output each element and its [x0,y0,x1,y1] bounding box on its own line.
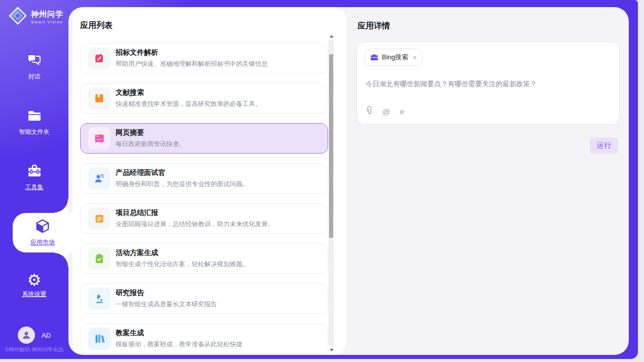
app-title: 教案生成 [116,329,242,338]
interviewer-icon [88,167,111,190]
chat-icon [27,53,42,69]
app-title: 活动方案生成 [116,248,249,258]
app-desc: 智能生成个性化活动方案，轻松解决规划难题。 [116,260,249,269]
tool-tag-label: Bing搜索 [382,53,408,62]
svg-text:</>: </> [96,137,102,141]
app-desc: 一键智能生成高质量长文本研究报告 [116,300,217,309]
user-initials: AD [42,332,51,339]
app-title: 研究报告 [116,288,217,298]
folder-icon [27,110,42,125]
list-item-research-report[interactable]: 研究报告 一键智能生成高质量长文本研究报告 [80,283,328,314]
hash-icon[interactable]: # [400,107,404,116]
app-desc: 模板驱动，教案秒成，教学准备从此轻松快捷 [116,340,242,349]
sidebar-item-toolset[interactable]: 工具集 [0,164,68,192]
app-title: 网页摘要 [116,128,186,137]
microscope-icon [88,287,111,310]
sidebar-item-app-market[interactable]: 应用市场 [13,213,73,252]
run-button[interactable]: 运行 [590,137,618,154]
sidebar-item-label: 应用市场 [30,238,55,247]
brand-name: 神州问学 [31,10,63,19]
scroll-up-icon[interactable] [330,35,334,38]
list-item-event-plan[interactable]: 活动方案生成 智能生成个性化活动方案，轻松解决规划难题。 [80,243,328,274]
app-title: 文献搜索 [116,88,262,97]
app-list-panel: 应用列表 招标文件解析 帮助用户快速、准确地理解和解析招标书中的关键信息 [73,7,346,355]
app-desc: 快速精准查找学术资源，提高研究效率的必备工具。 [116,100,262,108]
cube-icon [34,219,51,236]
diamond-logo-icon [8,6,27,27]
scroll-down-icon[interactable] [330,349,334,351]
list-item-project-summary[interactable]: 项目总结汇报 全面回顾项目进展，总结经验教训，助力未来优化发展。 [80,203,328,234]
app-title: 产品经理面试官 [116,168,249,177]
scrollbar[interactable] [329,41,334,345]
avatar[interactable] [18,327,35,344]
browser-code-icon: </> [88,127,111,150]
person-icon [22,331,31,340]
composer-toolbar: @ # [366,106,404,117]
list-item-literature-search[interactable]: 文献搜索 快速精准查找学术资源，提高研究效率的必备工具。 [80,83,328,114]
sidebar-item-label: 对话 [28,73,41,81]
sidebar-item-smart-folder[interactable]: 智能文件夹 [0,110,68,136]
clipboard-check-icon [88,247,111,270]
books-icon [88,328,111,350]
sidebar-item-settings[interactable]: ⚙ 系统设置 [0,273,68,299]
app-desc: 每日政府新闻资讯快查。 [116,140,186,149]
user-row: AD [0,327,68,344]
app-list: 招标文件解析 帮助用户快速、准确地理解和解析招标书中的关键信息 文献搜索 快速精… [80,43,328,355]
brand-subtitle: Smart Vision [31,20,63,24]
brand-logo: 神州问学 Smart Vision [8,6,63,27]
sidebar: 神州问学 Smart Vision 对话 智能文件夹 [0,0,68,355]
gear-icon: ⚙ [27,273,42,287]
tool-tag-bing[interactable]: Bing搜索 × [365,49,422,66]
list-item-bid-analysis[interactable]: 招标文件解析 帮助用户快速、准确地理解和解析招标书中的关键信息 [80,43,328,74]
list-item-pm-interviewer[interactable]: 产品经理面试官 明确身份和职责，为您提供专业性的面试问题。 [80,163,328,194]
close-icon[interactable]: × [413,54,417,61]
app-detail-title: 应用详情 [357,21,390,31]
app-title: 招标文件解析 [116,48,268,57]
paperclip-icon[interactable] [366,106,373,117]
app-detail-panel: 应用详情 Bing搜索 × 今日湖北有哪些新闻要点？有哪些需要关注的最新政策？ … [346,7,629,355]
query-input[interactable]: 今日湖北有哪些新闻要点？有哪些需要关注的最新政策？ [366,80,611,89]
scrollbar-thumb[interactable] [329,54,333,238]
app-desc: 明确身份和职责，为您提供专业性的面试问题。 [116,180,249,189]
app-list-title: 应用列表 [80,20,113,31]
list-item-web-summary[interactable]: </> 网页摘要 每日政府新闻资讯快查。 [80,123,328,154]
book-icon [88,87,111,110]
briefcase-icon [370,54,378,61]
sidebar-item-chat[interactable]: 对话 [0,53,68,81]
report-icon [88,207,111,230]
prompt-card[interactable]: Bing搜索 × 今日湖北有哪些新闻要点？有哪些需要关注的最新政策？ @ # [356,42,620,125]
app-desc: 全面回顾项目进展，总结经验教训，助力未来优化发展。 [116,220,274,229]
toolbox-icon [27,164,42,180]
copyright-text: ©神州数码·神州问学出品 [0,346,68,353]
sidebar-item-label: 工具集 [25,183,44,192]
mention-icon[interactable]: @ [382,107,390,116]
app-title: 项目总结汇报 [116,208,274,218]
edit-square-icon [88,47,111,69]
list-item-lesson-plan[interactable]: 教案生成 模板驱动，教案秒成，教学准备从此轻松快捷 [80,323,328,354]
app-desc: 帮助用户快速、准确地理解和解析招标书中的关键信息 [116,60,268,68]
sidebar-item-label: 系统设置 [22,290,47,299]
sidebar-item-label: 智能文件夹 [19,128,50,136]
